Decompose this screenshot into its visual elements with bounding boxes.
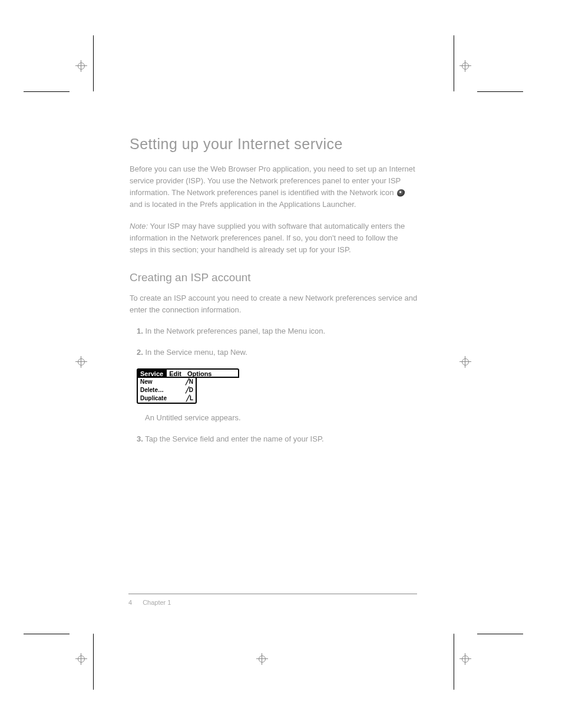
chapter-label: Chapter 1 — [143, 599, 171, 606]
dropdown-duplicate[interactable]: Duplicate ╱L — [138, 394, 196, 403]
dropdown-new-shortcut: ╱N — [186, 378, 193, 386]
menu-service[interactable]: Service — [138, 370, 167, 377]
step-2: 2. In the Service menu, tap New. — [137, 347, 418, 358]
dropdown-delete[interactable]: Delete… ╱D — [138, 386, 196, 394]
menu-edit[interactable]: Edit — [167, 370, 185, 377]
step-3-num: 3. — [137, 434, 143, 443]
intro-paragraph: Before you can use the Web Browser Pro a… — [130, 163, 418, 211]
dropdown-duplicate-shortcut: ╱L — [186, 394, 193, 403]
note-label: Note: — [130, 222, 148, 230]
dropdown-new-label: New — [140, 378, 153, 386]
note-text: Your ISP may have supplied you with soft… — [130, 222, 405, 254]
menubar: Service Edit Options — [137, 368, 239, 378]
dropdown-delete-label: Delete… — [140, 386, 164, 394]
page-content: Setting up your Internet service Before … — [130, 136, 418, 462]
dropdown-delete-shortcut: ╱D — [186, 386, 193, 394]
step-2-text: In the Service menu, tap New. — [143, 348, 247, 357]
main-heading: Setting up your Internet service — [130, 136, 418, 153]
footer: 4 Chapter 1 — [128, 599, 417, 606]
step-3: 3. Tap the Service field and enter the n… — [137, 433, 418, 445]
step-1-text: In the Network preferences panel, tap th… — [143, 327, 325, 335]
step-2-num: 2. — [137, 348, 143, 357]
dropdown-duplicate-label: Duplicate — [140, 394, 167, 403]
step-1-num: 1. — [137, 327, 143, 335]
step-1: 1. In the Network preferences panel, tap… — [137, 325, 418, 337]
menu-options[interactable]: Options — [185, 370, 216, 377]
step-3-text: Tap the Service field and enter the name… — [143, 434, 324, 443]
dropdown-new[interactable]: New ╱N — [138, 378, 196, 386]
footer-rule — [128, 594, 417, 594]
intro-text-b: and is located in the Prefs application … — [130, 200, 356, 209]
dropdown: New ╱N Delete… ╱D Duplicate ╱L — [137, 377, 197, 404]
page-number: 4 — [128, 599, 132, 606]
sub-heading: Creating an ISP account — [130, 271, 418, 284]
intro-text-a: Before you can use the Web Browser Pro a… — [130, 164, 415, 197]
network-icon — [397, 189, 405, 197]
note-paragraph: Note: Your ISP may have supplied you wit… — [130, 220, 418, 256]
menu-screenshot: Service Edit Options New ╱N Delete… ╱D D… — [137, 368, 239, 404]
step-2-result: An Untitled service appears. — [145, 412, 418, 424]
sub-intro: To create an ISP account you need to cre… — [130, 292, 418, 316]
